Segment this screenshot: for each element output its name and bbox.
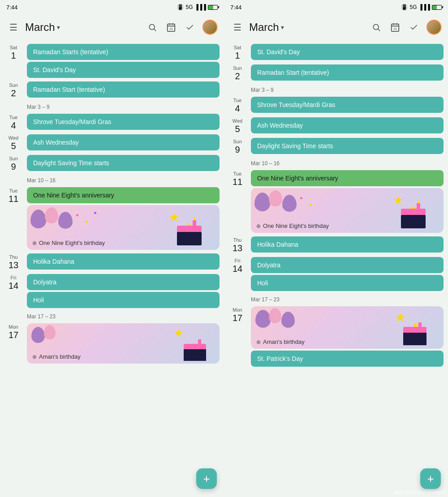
avatar-left[interactable] [202,20,218,35]
week-sep-mar3-9-right: Mar 3 – 9 [224,83,448,95]
event-ramadan-right[interactable]: Ramadan Start (tentative) [251,64,444,81]
birthday-label-aman-right: Aman's birthday [256,338,305,345]
date-label-tue11: Tue 11 [4,187,22,204]
dropdown-arrow-right: ▾ [281,24,284,31]
day-name-tue11: Tue [9,188,18,193]
date-label-wed5-right: Wed 5 [228,117,246,134]
event-dst[interactable]: Daylight Saving Time starts [27,155,220,171]
day-num-sat1-right: 1 [235,50,240,61]
event-ash-wednesday[interactable]: Ash Wednesday [27,134,220,150]
events-sun2-right: Ramadan Start (tentative) [251,64,444,81]
event-holika-right[interactable]: Holika Dahana [251,236,444,253]
events-thu13: Holika Dahana [27,253,220,270]
fab-left[interactable]: + [196,468,217,489]
event-holi-right[interactable]: Holi [251,275,444,291]
events-fri14: Dolyatra Holi [27,274,220,308]
date-row-mon17-left: Mon 17 ★ [0,321,224,365]
date-row-tue4-right: Tue 4 Shrove Tuesday/Mardi Gras [224,95,448,116]
day-num-thu13-right: 13 [233,243,242,253]
date-label-fri14-right: Fri 14 [228,257,246,274]
svg-point-7 [373,24,379,30]
scroll-content-left: Sat 1 Ramadan Starts (tentative) St. Dav… [0,40,224,497]
event-shrove-right[interactable]: Shrove Tuesday/Mardi Gras [251,97,444,113]
date-label-sun9: Sun 9 [4,155,22,172]
day-name-tue4: Tue [9,115,18,120]
status-icons-right: 📳 5G ▐▐▐ [401,4,442,10]
date-row-tue4: Tue 4 Shrove Tuesday/Mardi Gras [0,112,224,133]
events-wed5-right: Ash Wednesday [251,117,444,133]
date-row-sun2: Sun 2 Ramadan Start (tentative) [0,80,224,100]
tasks-button-left[interactable] [184,21,196,34]
network-label-right: 5G [409,4,417,10]
event-st-patrick[interactable]: St. Patrick's Day [251,351,444,367]
day-name-fri14: Fri [11,275,17,280]
calendar-button-right[interactable]: 23 [389,21,401,34]
search-button-left[interactable] [146,21,159,34]
event-ash-wed-right[interactable]: Ash Wednesday [251,117,444,133]
menu-icon-right[interactable]: ☰ [230,22,245,33]
status-bar-left: 7:44 📳 5G ▐▐▐ [0,0,224,14]
events-fri14-right: Dolyatra Holi [251,257,444,291]
date-row-sat1-right: Sat 1 St. David's Day [224,42,448,63]
day-num-sat1: 1 [11,50,16,61]
date-row-fri14-right: Fri 14 Dolyatra Holi [224,255,448,293]
date-label-tue11-right: Tue 11 [228,170,246,187]
battery-icon-left [208,5,218,10]
events-mon17-right: ★ ★ Aman's birthday St. Patrick's Day [251,306,444,367]
birthday-label-198-right: One Nine Eight's birthday [256,223,329,229]
event-dolyatra[interactable]: Dolyatra [27,274,220,290]
events-tue11: One Nine Eight's anniversary ★ ★ [27,187,220,250]
events-tue4-right: Shrove Tuesday/Mardi Gras [251,97,444,113]
event-ramadan-starts[interactable]: Ramadan Starts (tentative) [27,44,220,60]
birthday-card-aman-left[interactable]: ★ Aman's birthday [27,323,220,364]
date-label-wed5: Wed 5 [4,134,22,151]
vibrate-icon-right: 📳 [401,4,408,10]
event-st-david[interactable]: St. David's Day [27,62,220,78]
day-name-sun9: Sun [9,156,18,161]
event-ramadan-start[interactable]: Ramadan Start (tentative) [27,81,220,98]
fab-right[interactable]: + [420,468,441,489]
signal-icon-left: ▐▐▐ [194,4,206,10]
events-sun9: Daylight Saving Time starts [27,155,220,171]
date-row-tue11: Tue 11 One Nine Eight's anniversary ★ [0,185,224,252]
event-shrove-tuesday[interactable]: Shrove Tuesday/Mardi Gras [27,114,220,130]
day-name-tue4-right: Tue [233,98,242,103]
app-bar-right: ☰ March ▾ 23 [224,14,448,40]
event-holika[interactable]: Holika Dahana [27,253,220,270]
calendar-button-left[interactable]: 23 [165,21,177,34]
date-row-thu13-right: Thu 13 Holika Dahana [224,235,448,255]
week-sep-mar17-23-right: Mar 17 – 23 [224,293,448,304]
birthday-card-aman-right[interactable]: ★ ★ Aman's birthday [251,306,444,349]
status-icons-left: 📳 5G ▐▐▐ [177,4,218,10]
event-dolyatra-right[interactable]: Dolyatra [251,257,444,273]
events-thu13-right: Holika Dahana [251,236,444,253]
event-anniversary-right[interactable]: One Nine Eight's anniversary [251,170,444,186]
date-row-sat1: Sat 1 Ramadan Starts (tentative) St. Dav… [0,42,224,80]
avatar-right[interactable] [426,20,442,35]
date-row-sun2-right: Sun 2 Ramadan Start (tentative) [224,63,448,83]
day-num-sun9: 9 [11,161,16,172]
month-title-left[interactable]: March ▾ [25,21,142,34]
event-holi[interactable]: Holi [27,292,220,308]
menu-icon-left[interactable]: ☰ [6,22,21,33]
day-name-thu13: Thu [9,254,18,260]
day-name-wed5: Wed [9,135,18,141]
events-sun9-right: Daylight Saving Time starts [251,138,444,154]
scroll-content-right: Sat 1 St. David's Day Sun 2 Ramadan Star… [224,40,448,497]
birthday-card-198-right[interactable]: ★ ★ One Nine E [251,188,444,233]
events-tue4: Shrove Tuesday/Mardi Gras [27,114,220,130]
day-name-sun2: Sun [9,82,18,88]
panel-right: 7:44 📳 5G ▐▐▐ ☰ March ▾ [224,0,448,497]
event-dst-right[interactable]: Daylight Saving Time starts [251,138,444,154]
search-button-right[interactable] [370,21,383,34]
svg-line-8 [378,29,380,31]
month-title-right[interactable]: March ▾ [249,21,366,34]
vibrate-icon: 📳 [177,4,184,10]
date-label-sun2-right: Sun 2 [228,64,246,81]
event-anniversary[interactable]: One Nine Eight's anniversary [27,187,220,203]
svg-point-0 [149,24,155,30]
tasks-button-right[interactable] [408,21,420,34]
date-label-mon17-right: Mon 17 [228,306,246,323]
event-st-david-right[interactable]: St. David's Day [251,44,444,60]
birthday-card-198[interactable]: ★ ★ [27,205,220,250]
